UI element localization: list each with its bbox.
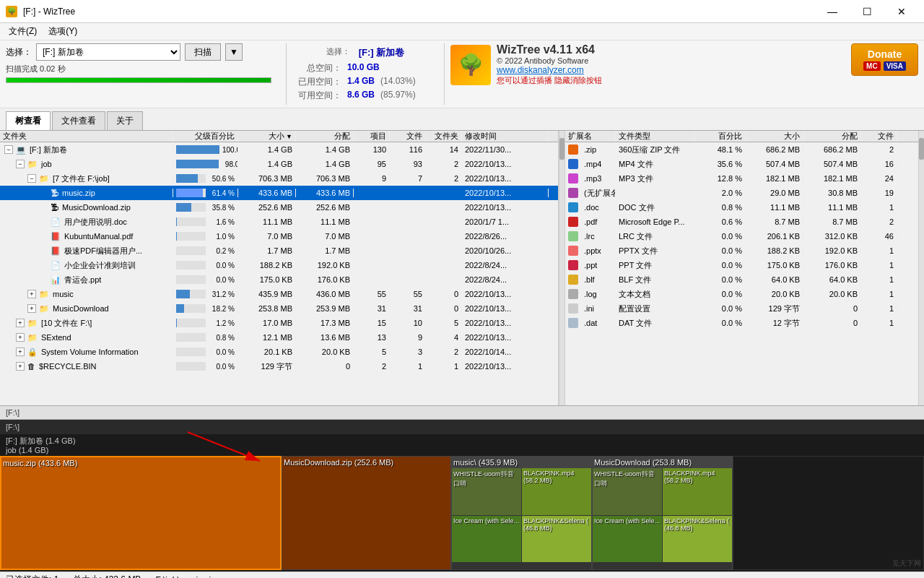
treemap-music-sub3[interactable]: Ice Cream (with Sele... <box>452 516 521 563</box>
tree-row[interactable]: + 📁 MusicDownload 18.2 % 253.8 MB 253.9 … <box>0 301 558 316</box>
brand-section: 🌳 WizTree v4.11 x64 © 2022 Antibody Soft… <box>450 43 845 86</box>
col-items[interactable]: 项目 <box>354 131 390 142</box>
filetype-row[interactable]: .pdf Microsoft Edge P... 0.6 % 8.7 MB 8.… <box>565 215 918 229</box>
pct-text: 18.2 % <box>209 305 235 313</box>
col-folder[interactable]: 文件夹 <box>0 131 173 142</box>
row-size: 129 字节 <box>238 361 296 372</box>
row-size: 7.0 MB <box>238 232 296 241</box>
bar-fill <box>176 290 190 298</box>
treemap-md-sub1[interactable]: WHISTLE-uoom抖音口哨 <box>593 468 662 515</box>
row-modified: 2022/10/13... <box>462 160 549 168</box>
treemap-block-musicdownload[interactable]: MusicDownload (253.8 MB) WHISTLE-uoom抖音口… <box>592 456 733 570</box>
treemap-md-sub3[interactable]: Ice Cream (with Sele... <box>593 516 662 563</box>
pct-text: 0.8 % <box>209 334 235 342</box>
pct-text: 0.0 % <box>209 262 235 269</box>
maximize-button[interactable]: ☐ <box>850 0 884 23</box>
treemap-music-sub2[interactable]: BLACKPINK.mp4(58.2 MB) <box>522 468 591 515</box>
brand-website[interactable]: www.diskanalyzer.com <box>497 65 602 75</box>
drive-select[interactable]: [F:] 新加卷 <box>36 43 180 61</box>
filetype-row[interactable]: .dat DAT 文件 0.0 % 12 字节 0 1 <box>565 316 918 330</box>
ft-col-alloc[interactable]: 分配 <box>803 131 861 142</box>
treemap-md-sub2[interactable]: BLACKPINK.mp4(58.2 MB) <box>663 468 732 515</box>
tree-row[interactable]: + 🔒 System Volume Information 0.0 % 20.1… <box>0 345 558 359</box>
tab-about[interactable]: 关于 <box>107 111 143 130</box>
ft-col-pct[interactable]: 百分比 <box>695 131 746 142</box>
filetype-row[interactable]: .log 文本文档 0.0 % 20.0 KB 20.0 KB 1 <box>565 287 918 301</box>
tree-row[interactable]: 📄 小企业会计准则培训 0.0 % 188.2 KB 192.0 KB 2022… <box>0 258 558 272</box>
filetype-row[interactable]: .ppt PPT 文件 0.0 % 175.0 KB 176.0 KB 1 <box>565 258 918 272</box>
ft-ext: .blf <box>584 275 595 284</box>
tree-row[interactable]: + 🗑 $RECYCLE.BIN 0.0 % 129 字节 0 2 1 1 20… <box>0 359 558 374</box>
expand-btn[interactable]: + <box>27 290 36 298</box>
treemap-block-music-zip[interactable]: music.zip (433.6 MB) <box>0 456 282 570</box>
ft-type: LRC 文件 <box>616 231 695 242</box>
ft-scroll-thumb[interactable] <box>919 138 924 160</box>
tree-row[interactable]: 🗜 MusicDownload.zip 35.8 % 252.6 MB 252.… <box>0 200 558 215</box>
row-files: 7 <box>390 174 426 183</box>
treemap-music-sub1[interactable]: WHISTLE-uoom抖音口哨 <box>452 468 521 515</box>
tree-row[interactable]: 📕 极速PDF编辑器用户... 0.2 % 1.7 MB 1.7 MB 2020… <box>0 243 558 258</box>
minimize-button[interactable]: — <box>816 0 849 23</box>
filetype-row[interactable]: .doc DOC 文件 0.8 % 11.1 MB 11.1 MB 1 <box>565 200 918 215</box>
tree-row[interactable]: 📄 用户使用说明.doc 1.6 % 11.1 MB 11.1 MB 2020/… <box>0 215 558 229</box>
tree-row[interactable]: − 💻 [F:] 新加卷 100.0 % 1.4 GB 1.4 GB 130 1… <box>0 142 558 157</box>
tree-row[interactable]: 📕 KubuntuManual.pdf 1.0 % 7.0 MB 7.0 MB … <box>0 229 558 243</box>
filetype-row[interactable]: .blf BLF 文件 0.0 % 64.0 KB 64.0 KB 1 <box>565 272 918 287</box>
ft-col-ext[interactable]: 扩展名 <box>565 131 616 142</box>
ft-col-files[interactable]: 文件 <box>861 131 897 142</box>
menu-file[interactable]: 文件(Z) <box>3 24 43 39</box>
filetype-row[interactable]: .lrc LRC 文件 0.0 % 206.1 KB 312.0 KB 46 <box>565 229 918 243</box>
ft-col-type[interactable]: 文件类型 <box>616 131 695 142</box>
tree-row[interactable]: − 📁 [7 文件在 F:\job] 50.6 % 706.3 MB 706.3… <box>0 171 558 186</box>
expand-btn[interactable]: − <box>16 160 25 168</box>
expand-btn[interactable]: + <box>16 348 25 356</box>
ft-alloc: 312.0 KB <box>803 232 861 241</box>
treemap-music-sub4[interactable]: BLACKPINK&Selena ((46.8 MB) <box>522 516 591 563</box>
scan-button[interactable]: 扫描 <box>185 43 221 61</box>
expand-btn[interactable]: + <box>16 362 25 371</box>
ft-pct: 0.6 % <box>695 217 746 226</box>
filetype-row[interactable]: .ini 配置设置 0.0 % 129 字节 0 1 <box>565 301 918 316</box>
main-content: 文件夹 父级百分比 大小 分配 项目 文件 文件夹 修改时间 − 💻 [F:] … <box>0 131 924 405</box>
filter-button[interactable]: ▼ <box>225 43 243 61</box>
col-files[interactable]: 文件 <box>390 131 426 142</box>
tree-scrollbar[interactable] <box>559 131 565 405</box>
expand-btn[interactable]: + <box>27 304 36 313</box>
ft-ext: .pdf <box>584 217 597 226</box>
treemap-block-musicdownload-zip[interactable]: MusicDownload.zip (252.6 MB) <box>282 456 451 570</box>
col-pct[interactable]: 父级百分比 <box>173 131 238 142</box>
bar-container <box>176 275 206 284</box>
filetype-row[interactable]: (无扩展名) 2.0 % 29.0 MB 30.8 MB 19 <box>565 186 918 200</box>
menu-options[interactable]: 选项(Y) <box>43 24 83 39</box>
filetype-row[interactable]: .mp3 MP3 文件 12.8 % 182.1 MB 182.1 MB 24 <box>565 171 918 186</box>
filetype-row[interactable]: .zip 360压缩 ZIP 文件 48.1 % 686.2 MB 686.2 … <box>565 142 918 157</box>
ft-scrollbar[interactable] <box>918 131 924 405</box>
row-files: 10 <box>390 319 426 327</box>
brand-promo: 您可以通过插播 隐藏消除按钮 <box>497 75 602 86</box>
close-button[interactable]: ✕ <box>885 0 918 23</box>
filetype-row[interactable]: .mp4 MP4 文件 35.6 % 507.4 MB 507.4 MB 16 <box>565 157 918 171</box>
tab-tree[interactable]: 树查看 <box>6 111 51 130</box>
col-modified[interactable]: 修改时间 <box>462 131 549 142</box>
expand-btn[interactable]: − <box>27 174 36 183</box>
tab-file[interactable]: 文件查看 <box>52 111 105 130</box>
expand-btn[interactable]: + <box>16 333 25 342</box>
expand-btn[interactable]: + <box>16 319 25 327</box>
treemap-block-music[interactable]: music\ (435.9 MB) WHISTLE-uoom抖音口哨 BLACK… <box>451 456 592 570</box>
treemap-md-sub4[interactable]: BLACKPINK&Selena ((46.8 MB) <box>663 516 732 563</box>
ft-color-swatch <box>568 202 578 212</box>
tree-scroll-thumb[interactable] <box>559 138 565 160</box>
tree-row[interactable]: 📊 青运会.ppt 0.0 % 175.0 KB 176.0 KB 2022/8… <box>0 272 558 287</box>
col-alloc[interactable]: 分配 <box>296 131 354 142</box>
tree-row[interactable]: − 📁 job 98.0 % 1.4 GB 1.4 GB 95 93 2 202… <box>0 157 558 171</box>
expand-btn[interactable]: − <box>4 145 13 154</box>
tree-row[interactable]: + 📁 SExtend 0.8 % 12.1 MB 13.6 MB 13 9 4… <box>0 330 558 345</box>
col-size[interactable]: 大小 <box>238 131 296 142</box>
tree-row[interactable]: + 📁 [10 文件在 F:\] 1.2 % 17.0 MB 17.3 MB 1… <box>0 316 558 330</box>
donate-button[interactable]: Donate MC VISA <box>851 43 918 76</box>
tree-row[interactable]: 🗜 music.zip 61.4 % 433.6 MB 433.6 MB 202… <box>0 186 558 200</box>
col-folders[interactable]: 文件夹 <box>426 131 462 142</box>
tree-row[interactable]: + 📁 music 31.2 % 435.9 MB 436.0 MB 55 55… <box>0 287 558 301</box>
filetype-row[interactable]: .pptx PPTX 文件 0.0 % 188.2 KB 192.0 KB 1 <box>565 243 918 258</box>
ft-col-size[interactable]: 大小 <box>746 131 803 142</box>
